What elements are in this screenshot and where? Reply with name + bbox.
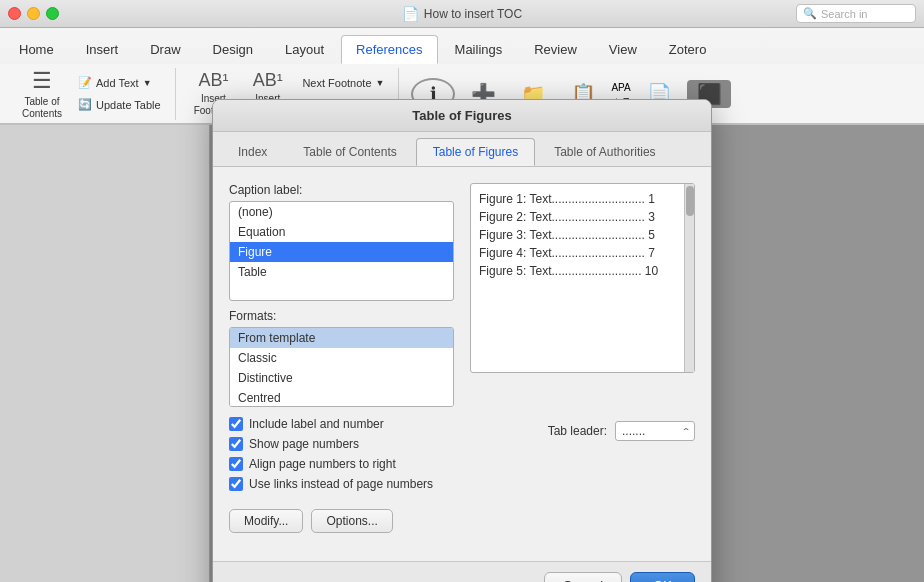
dialog-tabs: Index Table of Contents Table of Figures… (213, 132, 711, 167)
table-of-figures-dialog: Table of Figures Index Table of Contents… (212, 99, 712, 583)
tab-review[interactable]: Review (519, 35, 592, 64)
tab-design[interactable]: Design (198, 35, 268, 64)
toc-group: ☰ Table ofContents 📝 Add Text ▼ 🔄 Update… (8, 68, 176, 120)
preview-line-4: Figure 4: Text..........................… (479, 246, 676, 260)
tab-leader-panel: Tab leader: ....... (515, 417, 695, 497)
add-text-button[interactable]: 📝 Add Text ▼ (72, 73, 167, 92)
checkbox-show-page-numbers: Show page numbers (229, 437, 515, 451)
preview-line-1: Figure 1: Text..........................… (479, 192, 676, 206)
tab-mailings[interactable]: Mailings (440, 35, 518, 64)
checkbox-show-page-numbers-input[interactable] (229, 437, 243, 451)
format-item-centred[interactable]: Centred (230, 388, 453, 407)
preview-line-5: Figure 5: Text..........................… (479, 264, 676, 278)
toc-label: Table ofContents (22, 96, 62, 120)
next-footnote-button[interactable]: Next Footnote ▼ (296, 74, 390, 92)
tab-index[interactable]: Index (221, 138, 284, 166)
dialog-footer: Cancel OK (213, 561, 711, 583)
footnote-icon: AB¹ (198, 70, 228, 91)
preview-content: Figure 1: Text..........................… (471, 184, 684, 372)
caption-item-figure[interactable]: Figure (230, 242, 453, 262)
tab-references[interactable]: References (341, 35, 437, 64)
checkbox-include-label-input[interactable] (229, 417, 243, 431)
caption-listbox[interactable]: (none) Equation Figure Table (229, 201, 454, 301)
title-bar: 📄 How to insert TOC 🔍 Search in (0, 0, 924, 28)
caption-item-equation[interactable]: Equation (230, 222, 453, 242)
document-area: Table of Figures Index Table of Contents… (0, 125, 924, 582)
format-item-classic[interactable]: Classic (230, 348, 453, 368)
formats-listbox[interactable]: From template Classic Distinctive Centre… (229, 327, 454, 407)
cancel-button[interactable]: Cancel (544, 572, 622, 583)
close-button[interactable] (8, 7, 21, 20)
preview-box: Figure 1: Text..........................… (470, 183, 695, 373)
search-bar[interactable]: 🔍 Search in (796, 4, 916, 23)
maximize-button[interactable] (46, 7, 59, 20)
modify-button[interactable]: Modify... (229, 509, 303, 533)
checkbox-use-links-input[interactable] (229, 477, 243, 491)
options-button[interactable]: Options... (311, 509, 392, 533)
window-title: 📄 How to insert TOC (402, 6, 522, 22)
next-footnote-chevron: ▼ (376, 78, 385, 88)
top-section: Caption label: (none) Equation Figure Ta… (229, 183, 695, 407)
checkbox-use-links: Use links instead of page numbers (229, 477, 515, 491)
checkboxes-panel: Include label and number Show page numbe… (229, 417, 515, 497)
minimize-button[interactable] (27, 7, 40, 20)
format-item-distinctive[interactable]: Distinctive (230, 368, 453, 388)
tab-insert[interactable]: Insert (71, 35, 134, 64)
tab-draw[interactable]: Draw (135, 35, 195, 64)
tab-table-of-authorities[interactable]: Table of Authorities (537, 138, 672, 166)
tab-view[interactable]: View (594, 35, 652, 64)
tab-layout[interactable]: Layout (270, 35, 339, 64)
tab-zotero[interactable]: Zotero (654, 35, 722, 64)
caption-item-table[interactable]: Table (230, 262, 453, 282)
traffic-lights (8, 7, 59, 20)
dialog-body: Caption label: (none) Equation Figure Ta… (213, 167, 711, 561)
tab-home[interactable]: Home (4, 35, 69, 64)
format-item-from-template[interactable]: From template (230, 328, 453, 348)
tab-table-of-figures[interactable]: Table of Figures (416, 138, 535, 166)
preview-scrollbar[interactable] (684, 184, 694, 372)
document-icon: 📄 (402, 6, 419, 22)
toc-icon: ☰ (32, 68, 52, 94)
add-text-icon: 📝 (78, 76, 92, 89)
ribbon-tabs: Home Insert Draw Design Layout Reference… (0, 28, 924, 64)
preview-line-3: Figure 3: Text..........................… (479, 228, 676, 242)
checkbox-align-right: Align page numbers to right (229, 457, 515, 471)
tab-leader-select[interactable]: ....... (615, 421, 695, 441)
right-panel: Figure 1: Text..........................… (470, 183, 695, 407)
dialog-overlay: Table of Figures Index Table of Contents… (0, 125, 924, 582)
caption-label-text: Caption label: (229, 183, 454, 197)
update-table-icon: 🔄 (78, 98, 92, 111)
tab-leader-select-wrapper: ....... (615, 421, 695, 441)
table-of-contents-button[interactable]: ☰ Table ofContents (16, 64, 68, 124)
add-text-chevron: ▼ (143, 78, 152, 88)
tab-leader-row: Tab leader: ....... (548, 421, 695, 441)
caption-item-none[interactable]: (none) (230, 202, 453, 222)
tab-table-of-contents[interactable]: Table of Contents (286, 138, 413, 166)
action-buttons: Modify... Options... (229, 509, 695, 533)
dialog-title: Table of Figures (213, 100, 711, 132)
endnote-icon: AB¹ (253, 70, 283, 91)
update-table-button[interactable]: 🔄 Update Table (72, 95, 167, 114)
scrollbar-thumb (686, 186, 694, 216)
checkbox-align-right-input[interactable] (229, 457, 243, 471)
formats-label-text: Formats: (229, 309, 454, 323)
options-section: Include label and number Show page numbe… (229, 417, 695, 497)
checkbox-include-label: Include label and number (229, 417, 515, 431)
search-icon: 🔍 (803, 7, 817, 20)
preview-line-2: Figure 2: Text..........................… (479, 210, 676, 224)
tab-leader-label: Tab leader: (548, 424, 607, 438)
ok-button[interactable]: OK (630, 572, 695, 583)
style-label: APA (611, 82, 631, 93)
left-panel: Caption label: (none) Equation Figure Ta… (229, 183, 454, 407)
